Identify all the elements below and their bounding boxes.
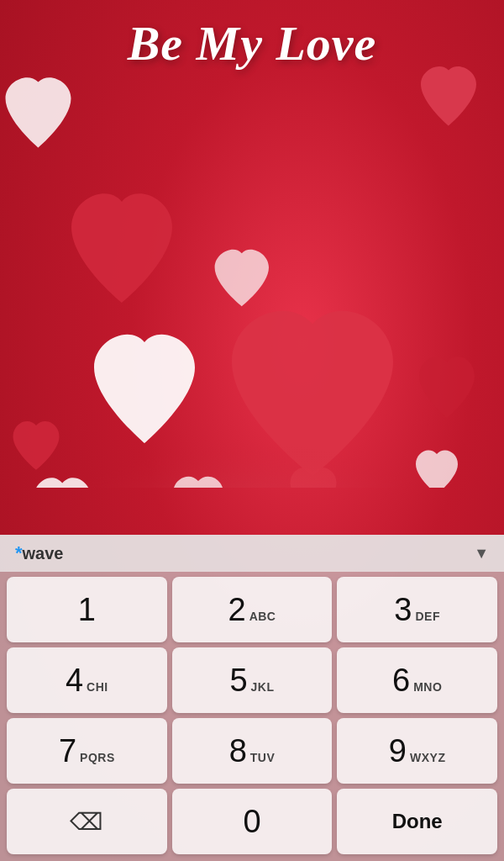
wave-bar: *wave ▼ bbox=[0, 535, 504, 572]
wave-chevron-icon[interactable]: ▼ bbox=[474, 545, 489, 563]
key-backspace[interactable]: ⌫ bbox=[7, 789, 167, 854]
key-6-number: 6 bbox=[392, 664, 410, 696]
key-1[interactable]: 1 bbox=[7, 577, 167, 642]
key-5-letters: JKL bbox=[251, 680, 275, 694]
key-0[interactable]: 0 bbox=[172, 789, 333, 854]
wave-logo: *wave bbox=[15, 542, 64, 564]
svg-point-0 bbox=[34, 320, 470, 488]
wave-text: wave bbox=[23, 544, 64, 563]
key-8-letters: TUV bbox=[250, 751, 276, 764]
key-8-number: 8 bbox=[229, 735, 247, 767]
backspace-icon: ⌫ bbox=[70, 808, 103, 836]
key-5[interactable]: 5 JKL bbox=[172, 647, 333, 713]
numpad-grid: 1 2 ABC 3 DEF 4 CHI 5 JKL bbox=[0, 572, 504, 861]
key-2-letters: ABC bbox=[249, 610, 276, 623]
key-done[interactable]: Done bbox=[337, 789, 497, 854]
key-2[interactable]: 2 ABC bbox=[172, 577, 333, 642]
key-5-number: 5 bbox=[229, 664, 247, 696]
key-2-number: 2 bbox=[228, 594, 246, 626]
key-9-letters: WXYZ bbox=[410, 751, 445, 764]
key-7[interactable]: 7 PQRS bbox=[7, 718, 167, 784]
keyboard-area: *wave ▼ 1 2 ABC 3 DEF 4 CHI bbox=[0, 535, 504, 861]
key-6[interactable]: 6 MNO bbox=[337, 647, 497, 713]
done-label: Done bbox=[392, 810, 443, 833]
key-6-letters: MNO bbox=[413, 680, 442, 694]
key-3[interactable]: 3 DEF bbox=[337, 577, 497, 642]
hearts-decoration bbox=[0, 0, 504, 488]
key-1-number: 1 bbox=[78, 594, 96, 626]
wave-asterisk: * bbox=[15, 542, 23, 563]
key-4-number: 4 bbox=[66, 664, 83, 696]
key-9[interactable]: 9 WXYZ bbox=[337, 718, 497, 784]
key-8[interactable]: 8 TUV bbox=[172, 718, 333, 784]
key-4[interactable]: 4 CHI bbox=[7, 647, 167, 713]
key-7-number: 7 bbox=[59, 735, 76, 767]
key-4-letters: CHI bbox=[87, 680, 108, 694]
key-3-letters: DEF bbox=[415, 610, 440, 623]
app-title: Be My Love bbox=[0, 15, 504, 71]
key-3-number: 3 bbox=[394, 594, 412, 626]
key-0-number: 0 bbox=[243, 806, 260, 837]
key-9-number: 9 bbox=[389, 735, 407, 767]
key-7-letters: PQRS bbox=[80, 751, 115, 764]
